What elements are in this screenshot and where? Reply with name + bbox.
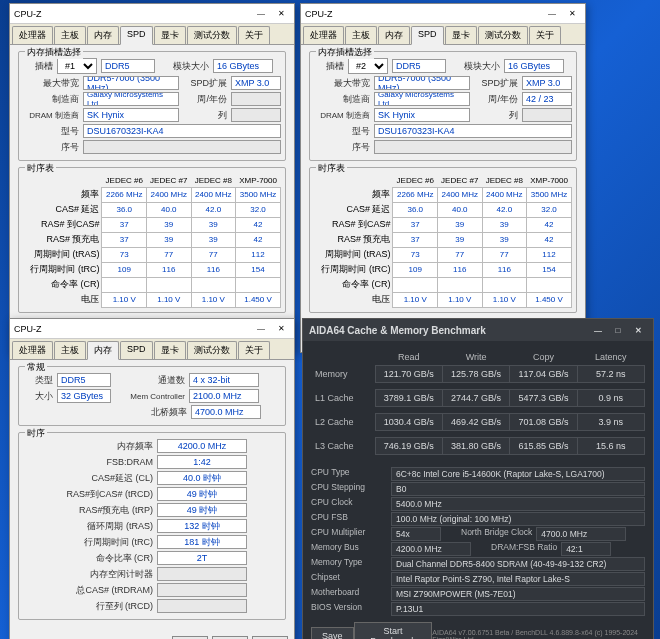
info-label: CPU FSB	[311, 512, 391, 526]
slot-label: 插槽	[23, 60, 53, 73]
tab-6[interactable]: 关于	[529, 26, 561, 44]
tab-0[interactable]: 处理器	[12, 26, 53, 44]
row-label: Memory	[311, 366, 375, 383]
cell-value: 15.6 ns	[577, 438, 644, 455]
close-icon[interactable]: ✕	[272, 7, 290, 21]
dram-value: SK Hynix	[83, 108, 179, 122]
benchmark-grid: ReadWriteCopyLatencyMemory121.70 GB/s125…	[311, 349, 645, 461]
timing-label: FSB:DRAM	[23, 457, 153, 467]
slot-select[interactable]: #2	[348, 58, 388, 74]
titlebar[interactable]: CPU-Z — ✕	[301, 4, 585, 24]
cell-value: 746.19 GB/s	[375, 438, 442, 455]
window-title: CPU-Z	[305, 9, 333, 19]
window-title: CPU-Z	[14, 9, 42, 19]
timing-label: 行周期时间 (tRC)	[23, 536, 153, 549]
tab-3[interactable]: SPD	[411, 26, 444, 45]
tab-4[interactable]: 显卡	[154, 341, 186, 359]
timing-label: 循环周期 (tRAS)	[23, 520, 153, 533]
titlebar[interactable]: CPU-Z — ✕	[10, 319, 294, 339]
timing-value	[157, 583, 247, 597]
tab-1[interactable]: 主板	[345, 26, 377, 44]
tab-5[interactable]: 测试分数	[187, 26, 237, 44]
group-label: 内存插槽选择	[316, 46, 374, 59]
tab-3[interactable]: SPD	[120, 26, 153, 45]
mc-label: Mem Controller	[115, 392, 185, 401]
mem-type: DDR5	[392, 59, 446, 73]
tab-3[interactable]: SPD	[120, 341, 153, 359]
tab-6[interactable]: 关于	[238, 26, 270, 44]
cpuz-window-3: CPU-Z — ✕ 处理器主板内存SPD显卡测试分数关于 常规 类型 DDR5 …	[9, 318, 295, 639]
close-icon[interactable]: ✕	[629, 323, 647, 337]
timing-value: 49 时钟	[157, 487, 247, 501]
tab-0[interactable]: 处理器	[12, 341, 53, 359]
minimize-icon[interactable]: —	[543, 7, 561, 21]
titlebar[interactable]: CPU-Z — ✕	[10, 4, 294, 24]
timing-group: 时序 内存频率4200.0 MHzFSB:DRAM1:42CAS#延迟 (CL)…	[18, 432, 286, 620]
timing-group: 时序表 JEDEC #6JEDEC #7JEDEC #8XMP-7000频率22…	[309, 167, 577, 313]
tab-strip: 处理器主板内存SPD显卡测试分数关于	[10, 339, 294, 360]
titlebar[interactable]: AIDA64 Cache & Memory Benchmark — □ ✕	[303, 319, 653, 341]
tab-5[interactable]: 测试分数	[187, 341, 237, 359]
info-value: B0	[391, 482, 645, 496]
timing-label: CAS#延迟 (CL)	[23, 472, 153, 485]
size-label: 大小	[23, 390, 53, 403]
minimize-icon[interactable]: —	[589, 323, 607, 337]
timing-label: 内存空闲计时器	[23, 568, 153, 581]
info-label: DRAM:FSB Ratio	[491, 542, 557, 556]
rank-label: 列	[183, 109, 227, 122]
cell-value: 701.08 GB/s	[510, 414, 577, 431]
minimize-icon[interactable]: —	[252, 322, 270, 336]
tab-1[interactable]: 主板	[54, 26, 86, 44]
start-benchmark-button[interactable]: Start Benchmark	[354, 622, 433, 639]
cell-value: 57.2 ns	[577, 366, 644, 383]
ch-value: 4 x 32-bit	[189, 373, 259, 387]
info-label: CPU Multiplier	[311, 527, 391, 541]
type-label: 类型	[23, 374, 53, 387]
ext-value: XMP 3.0	[522, 76, 572, 90]
slot-select[interactable]: #1	[57, 58, 97, 74]
timing-value: 49 时钟	[157, 503, 247, 517]
timing-label: 行至列 (tRCD)	[23, 600, 153, 613]
info-value: 4200.0 MHz	[391, 542, 471, 556]
cell-value: 5477.3 GB/s	[510, 390, 577, 407]
close-icon[interactable]: ✕	[563, 7, 581, 21]
tab-6[interactable]: 关于	[238, 341, 270, 359]
tab-0[interactable]: 处理器	[303, 26, 344, 44]
group-label: 时序	[25, 427, 47, 440]
tab-4[interactable]: 显卡	[154, 26, 186, 44]
save-button[interactable]: Save	[311, 627, 354, 639]
mod-value: 16 GBytes	[213, 59, 273, 73]
timing-value: 132 时钟	[157, 519, 247, 533]
cpuz-window-2: CPU-Z — ✕ 处理器主板内存SPD显卡测试分数关于 内存插槽选择 插槽 #…	[300, 3, 586, 353]
tab-2[interactable]: 内存	[87, 26, 119, 44]
bw-value: DDR5-7000 (3500 MHz)	[374, 76, 470, 90]
rank-value	[522, 108, 572, 122]
tab-2[interactable]: 内存	[378, 26, 410, 44]
info-value: 5400.0 MHz	[391, 497, 645, 511]
window-title: CPU-Z	[14, 324, 42, 334]
group-label: 常规	[25, 361, 47, 374]
timing-label: 内存频率	[23, 440, 153, 453]
info-label: BIOS Version	[311, 602, 391, 616]
info-value: Intel Raptor Point-S Z790, Intel Raptor …	[391, 572, 645, 586]
tab-2[interactable]: 内存	[87, 341, 119, 360]
info-value: Dual Channel DDR5-8400 SDRAM (40-49-49-1…	[391, 557, 645, 571]
ext-label: SPD扩展	[183, 77, 227, 90]
close-icon[interactable]: ✕	[272, 322, 290, 336]
maximize-icon[interactable]: □	[609, 323, 627, 337]
tab-5[interactable]: 测试分数	[478, 26, 528, 44]
info-label: Memory Type	[311, 557, 391, 571]
info-label: Motherboard	[311, 587, 391, 601]
tab-4[interactable]: 显卡	[445, 26, 477, 44]
tab-1[interactable]: 主板	[54, 341, 86, 359]
nb-value: 4700.0 MHz	[191, 405, 261, 419]
tab-strip: 处理器主板内存SPD显卡测试分数关于	[301, 24, 585, 45]
minimize-icon[interactable]: —	[252, 7, 270, 21]
info-value: P.13U1	[391, 602, 645, 616]
bw-label: 最大带宽	[314, 77, 370, 90]
cell-value: 3.9 ns	[577, 414, 644, 431]
system-info: CPU Type6C+8c Intel Core i5-14600K (Rapt…	[311, 467, 645, 616]
mod-label: 模块大小	[450, 60, 500, 73]
rank-label: 列	[474, 109, 518, 122]
row-label: L1 Cache	[311, 390, 375, 407]
